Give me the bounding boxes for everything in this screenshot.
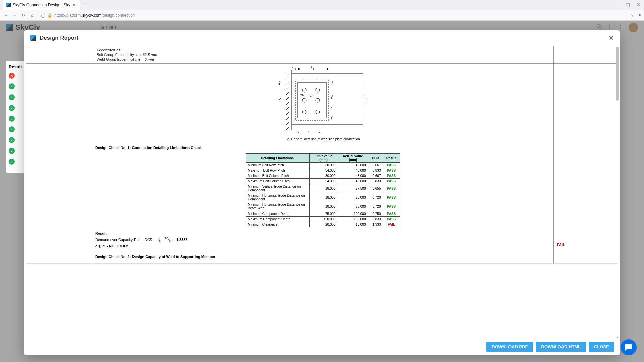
table-header: Result bbox=[383, 154, 400, 163]
url-text: https://platform.skyciv.com/design/conne… bbox=[54, 13, 135, 18]
svg-text:ae2: ae2 bbox=[309, 94, 313, 97]
new-tab-button[interactable]: + bbox=[83, 2, 87, 9]
weld-eccentricity-line: Weld Group Eccentricity: e = 0 mm bbox=[97, 57, 550, 61]
svg-line-11 bbox=[286, 117, 289, 120]
svg-point-21 bbox=[316, 88, 320, 92]
nogood-line: c ≱ d ∴ NO GOOD! bbox=[95, 244, 550, 248]
svg-text:sc: sc bbox=[308, 130, 310, 133]
svg-text:ae3: ae3 bbox=[330, 95, 333, 99]
svg-point-24 bbox=[302, 110, 306, 114]
svg-text:sr: sr bbox=[330, 107, 333, 109]
close-window-icon[interactable]: ✕ bbox=[637, 2, 641, 7]
svg-text:Lc: Lc bbox=[311, 66, 314, 70]
result-item: ✓ bbox=[9, 94, 23, 100]
menu-icon[interactable]: ≡ bbox=[638, 13, 641, 18]
eccentricities-heading: Eccentricities: bbox=[97, 48, 550, 52]
svg-text:ae1: ae1 bbox=[297, 130, 301, 133]
scroll-thumb[interactable] bbox=[616, 47, 619, 101]
forward-icon[interactable]: → bbox=[12, 13, 17, 18]
close-tab-icon[interactable]: ✕ bbox=[72, 2, 76, 8]
result-item: ✓ bbox=[9, 148, 23, 154]
tab-bar: SkyCiv Connection Design | Sky ✕ + bbox=[0, 0, 644, 10]
svg-rect-18 bbox=[295, 80, 329, 120]
svg-text:ae4: ae4 bbox=[330, 81, 333, 85]
modal-title: Design Report bbox=[40, 35, 78, 41]
svg-line-13 bbox=[286, 127, 289, 130]
modal-logo-icon bbox=[30, 35, 36, 41]
modal-body[interactable]: Eccentricities: Bolt Group Eccentricity:… bbox=[24, 46, 620, 338]
close-button[interactable]: CLOSE bbox=[589, 342, 614, 352]
pass-status-icon: ✓ bbox=[9, 105, 15, 111]
results-heading: Result bbox=[9, 64, 23, 69]
table-row: Minimum Component Depth75.000100.0000.75… bbox=[246, 211, 400, 217]
table-row: Minimum Bolt Column Pitch30.00045.0000.6… bbox=[246, 173, 400, 179]
table-row: Minimum Bolt Row Pitch30.00045.0000.667P… bbox=[246, 163, 400, 168]
figure-caption: Fig. General detailing of web side plate… bbox=[95, 137, 550, 141]
fail-result-badge: FAIL bbox=[557, 243, 614, 247]
url-input[interactable]: ◯ 🔒 https://platform.skyciv.com/design/c… bbox=[38, 13, 627, 18]
svg-line-8 bbox=[286, 102, 289, 105]
modal-footer: DOWNLOAD PDF DOWNLOAD HTML CLOSE bbox=[24, 338, 620, 355]
svg-line-10 bbox=[286, 112, 289, 115]
result-item: ✓ bbox=[9, 105, 23, 111]
chat-widget[interactable] bbox=[621, 339, 637, 355]
design-check-1-title: Design Check No. 1: Connection Detailing… bbox=[95, 146, 550, 150]
back-icon[interactable]: ← bbox=[3, 13, 9, 18]
download-pdf-button[interactable]: DOWNLOAD PDF bbox=[486, 342, 533, 352]
result-item: ✓ bbox=[9, 83, 23, 89]
svg-text:ae7: ae7 bbox=[318, 130, 322, 133]
svg-marker-29 bbox=[298, 68, 299, 70]
pass-status-icon: ✓ bbox=[9, 148, 15, 154]
bolt-eccentricity-line: Bolt Group Eccentricity: e = 62.5 mm bbox=[97, 53, 550, 57]
pass-status-icon: ✓ bbox=[9, 94, 15, 100]
modal-close-button[interactable]: ✕ bbox=[609, 34, 614, 42]
table-header: Actual Value (mm) bbox=[338, 154, 368, 163]
browser-tab[interactable]: SkyCiv Connection Design | Sky ✕ bbox=[3, 0, 80, 10]
table-row: Minimum Horizontal Edge Distance on Beam… bbox=[246, 202, 400, 211]
maximize-icon[interactable]: ▢ bbox=[626, 2, 630, 7]
pass-status-icon: ✓ bbox=[9, 137, 15, 143]
svg-marker-30 bbox=[327, 68, 329, 70]
svg-text:clr: clr bbox=[292, 66, 296, 69]
svg-line-6 bbox=[286, 92, 289, 95]
table-row: Minimum Horizontal Edge Distance on Comp… bbox=[246, 193, 400, 202]
svg-text:ae8: ae8 bbox=[277, 81, 281, 85]
connection-schematic: clr Lc ae8 dc sg1 ae2 ae4 ae3 sr ae5 ae1… bbox=[276, 65, 370, 135]
bookmark-icon[interactable]: ☆ bbox=[630, 13, 634, 18]
design-check-2-title: Design Check No. 2: Design Capacity of W… bbox=[95, 255, 550, 259]
svg-text:sg1: sg1 bbox=[300, 93, 304, 97]
pass-status-icon: ✓ bbox=[9, 83, 15, 89]
table-header: DCR bbox=[368, 154, 383, 163]
svg-rect-19 bbox=[298, 82, 326, 118]
svg-line-4 bbox=[286, 82, 289, 85]
result-item: ✓ bbox=[9, 116, 23, 122]
tab-title: SkyCiv Connection Design | Sky bbox=[13, 3, 70, 7]
svg-line-7 bbox=[286, 97, 289, 100]
minimize-icon[interactable]: — bbox=[614, 2, 619, 7]
table-row: Minimum Vertical Edge Distance on Compon… bbox=[246, 184, 400, 193]
dcr-formula: Demand over Capacity Ratio: DCR = d⁄c = … bbox=[95, 237, 550, 243]
result-item: ✕ bbox=[9, 73, 23, 79]
table-header: Detailing Limitations bbox=[246, 154, 309, 163]
detailing-limitations-table: Detailing Limitations Limit Value (mm) A… bbox=[246, 153, 400, 227]
home-icon[interactable]: ⌂ bbox=[30, 13, 35, 18]
pass-status-icon: ✓ bbox=[9, 159, 15, 165]
table-row: Maximum Bolt Column Pitch54.00045.0000.8… bbox=[246, 179, 400, 184]
results-sidebar: Result ✕ ✓ ✓ ✓ ✓ ✓ ✓ ✓ ✓ bbox=[6, 61, 26, 173]
result-item: ✓ bbox=[9, 137, 23, 143]
table-row: Maximum Component Depth120.000100.0000.8… bbox=[246, 217, 400, 222]
svg-line-5 bbox=[286, 87, 289, 90]
scrollbar[interactable]: ▴ ▾ bbox=[614, 46, 620, 338]
window-controls: — ▢ ✕ bbox=[614, 2, 641, 7]
svg-text:dc: dc bbox=[277, 97, 281, 100]
shield-icon: ◯ bbox=[41, 13, 45, 18]
design-report-modal: Design Report ✕ Eccentricities: Bolt Gro… bbox=[24, 30, 620, 355]
scroll-down-icon[interactable]: ▾ bbox=[617, 335, 619, 338]
lock-icon: 🔒 bbox=[47, 13, 52, 18]
pass-status-icon: ✓ bbox=[9, 126, 15, 132]
download-html-button[interactable]: DOWNLOAD HTML bbox=[536, 342, 586, 352]
reload-icon[interactable]: ↻ bbox=[21, 13, 26, 18]
svg-line-3 bbox=[286, 77, 289, 80]
result-item: ✓ bbox=[9, 159, 23, 165]
svg-line-12 bbox=[286, 122, 289, 125]
